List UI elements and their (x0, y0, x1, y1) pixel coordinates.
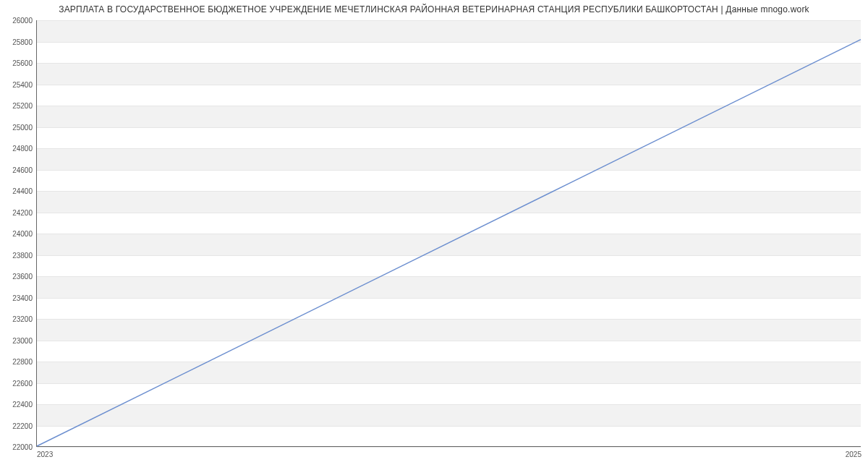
y-tick-label: 25200 (12, 102, 33, 110)
y-tick-label: 24200 (12, 208, 33, 216)
plot: 2200022200224002260022800230002320023400… (36, 20, 861, 447)
chart-title: ЗАРПЛАТА В ГОСУДАРСТВЕННОЕ БЮДЖЕТНОЕ УЧР… (0, 0, 868, 17)
plot-area: 2200022200224002260022800230002320023400… (36, 20, 861, 447)
chart-container: ЗАРПЛАТА В ГОСУДАРСТВЕННОЕ БЮДЖЕТНОЕ УЧР… (0, 0, 868, 470)
y-tick-label: 23800 (12, 251, 33, 259)
y-tick-label: 25400 (12, 80, 33, 88)
y-tick-label: 23400 (12, 294, 33, 302)
y-tick-label: 22000 (12, 443, 33, 451)
line-layer (37, 20, 861, 446)
y-tick-label: 26000 (12, 17, 33, 25)
series-line (37, 40, 861, 446)
y-tick-label: 23600 (12, 273, 33, 281)
x-tick-label: 2023 (37, 450, 53, 458)
grid-line (37, 447, 861, 448)
y-tick-label: 22400 (12, 401, 33, 409)
y-tick-label: 24000 (12, 230, 33, 238)
y-tick-label: 23200 (12, 315, 33, 323)
y-tick-label: 25000 (12, 123, 33, 131)
y-tick-label: 24600 (12, 166, 33, 174)
y-tick-label: 24400 (12, 187, 33, 195)
y-tick-label: 22800 (12, 358, 33, 366)
y-tick-label: 25800 (12, 38, 33, 46)
y-tick-label: 23000 (12, 336, 33, 344)
y-tick-label: 22200 (12, 422, 33, 430)
x-tick-label: 2025 (846, 450, 861, 458)
y-tick-label: 25600 (12, 59, 33, 67)
y-tick-label: 24800 (12, 145, 33, 153)
y-tick-label: 22600 (12, 379, 33, 387)
